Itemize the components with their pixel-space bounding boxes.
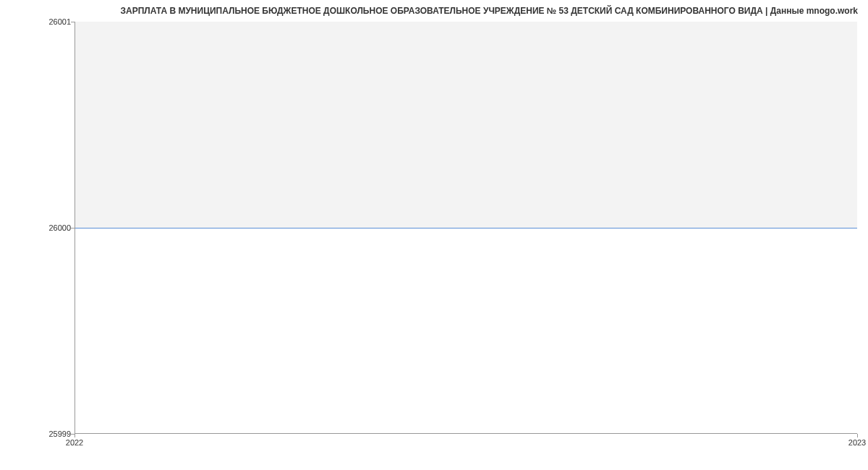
x-tick-mark bbox=[75, 434, 75, 437]
x-tick-label: 2023 bbox=[848, 438, 866, 447]
y-tick-mark bbox=[71, 228, 75, 228]
chart-title: ЗАРПЛАТА В МУНИЦИПАЛЬНОЕ БЮДЖЕТНОЕ ДОШКО… bbox=[0, 6, 861, 16]
x-tick-mark bbox=[857, 434, 858, 437]
y-tick-mark bbox=[71, 22, 75, 22]
data-line bbox=[75, 228, 857, 228]
grid-band-upper bbox=[75, 22, 857, 228]
y-tick-label: 26000 bbox=[48, 223, 71, 232]
grid-band-lower bbox=[75, 228, 857, 434]
y-tick-label: 26001 bbox=[48, 17, 71, 26]
y-tick-label: 25999 bbox=[48, 430, 71, 438]
plot-area bbox=[75, 22, 857, 434]
x-tick-label: 2022 bbox=[66, 438, 83, 447]
